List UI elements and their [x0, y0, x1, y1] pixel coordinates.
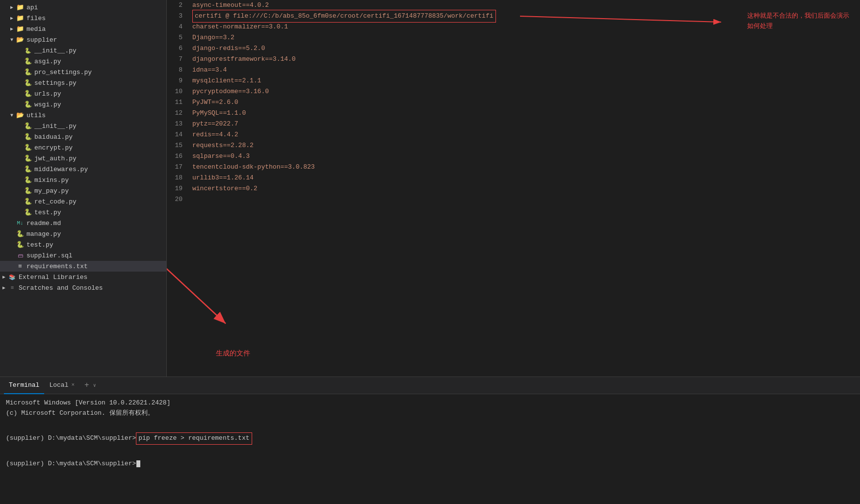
sql-icon-supplier: 🗃: [16, 252, 25, 259]
sidebar-item-ret-code[interactable]: 🐍 ret_code.py: [0, 196, 166, 207]
sidebar-item-settings-py[interactable]: 🐍 settings.py: [0, 77, 166, 88]
code-text-9: mysqlclient==2.1.1: [192, 76, 261, 86]
sidebar-label-jwt-auth: jwt_auth.py: [34, 155, 77, 162]
sidebar-item-supplier[interactable]: ▼ 📂 supplier: [0, 34, 166, 45]
code-text-14: redis==4.4.2: [192, 129, 238, 140]
terminal-tab-local[interactable]: Local ×: [44, 377, 79, 394]
sidebar-label-supplier: supplier: [26, 36, 57, 44]
terminal-cursor: [136, 460, 140, 467]
py-icon-settings: 🐍: [24, 79, 32, 87]
sidebar-item-files[interactable]: ▶ 📁 files: [0, 13, 166, 24]
terminal-chevron-icon[interactable]: ∨: [93, 382, 96, 388]
code-line-14: redis==4.4.2: [192, 129, 860, 140]
sidebar-label-settings-py: settings.py: [34, 79, 77, 87]
code-line-4: charset-normalizer==3.0.1: [192, 22, 860, 32]
arrow-icon-media: ▶: [8, 26, 16, 32]
code-line-19: wincertstore==0.2: [192, 183, 860, 194]
py-icon-urls: 🐍: [24, 90, 32, 98]
terminal-command-box: pip freeze > requirements.txt: [136, 432, 252, 445]
py-icon-encrypt: 🐍: [24, 144, 32, 151]
code-line-6: django-redis==5.2.0: [192, 43, 860, 54]
code-line-9: mysqlclient==2.1.1: [192, 76, 860, 86]
py-icon-utils-init: 🐍: [24, 122, 32, 130]
py-icon-manage: 🐍: [16, 230, 25, 238]
code-text-13: pytz==2022.7: [192, 119, 238, 129]
terminal-tab-close-local[interactable]: ×: [71, 382, 75, 388]
terminal-prompt-text-2: (supplier) D:\mydata\SCM\supplier>: [6, 459, 136, 469]
code-line-10: pycryptodome==3.16.0: [192, 86, 860, 97]
py-icon-my-pay: 🐍: [24, 187, 32, 195]
arrow-icon-supplier: ▼: [8, 37, 16, 43]
code-text-4: charset-normalizer==3.0.1: [192, 22, 288, 32]
sidebar-item-utils[interactable]: ▼ 📂 utils: [0, 110, 166, 121]
sidebar-item-test-py[interactable]: 🐍 test.py: [0, 239, 166, 250]
arrow-icon-utils: ▼: [8, 113, 16, 118]
sidebar-item-pro-settings[interactable]: 🐍 pro_settings.py: [0, 67, 166, 77]
terminal-tab-label-local: Local: [49, 381, 68, 389]
code-text-17: tencentcloud-sdk-python==3.0.823: [192, 162, 315, 173]
py-icon-test-utils: 🐍: [24, 208, 32, 216]
code-text-15: requests==2.28.2: [192, 140, 254, 151]
terminal-line-1: Microsoft Windows [Version 10.0.22621.24…: [6, 398, 854, 408]
folder-icon-supplier: 📂: [16, 36, 25, 44]
terminal-line-empty: [6, 419, 854, 429]
py-icon-init: 🐍: [24, 48, 32, 54]
terminal-add-button[interactable]: +: [82, 381, 91, 390]
code-line-12: PyMySQL==1.1.0: [192, 108, 860, 119]
code-text-3-boxed: certifi @ file:///C:/b/abs_85o_6fm0se/cr…: [192, 10, 496, 23]
code-line-7: djangorestframework==3.14.0: [192, 54, 860, 65]
sidebar-label-readme: readme.md: [26, 220, 61, 227]
sidebar-item-utils-init[interactable]: 🐍 __init__.py: [0, 121, 166, 131]
sidebar-item-baiduai[interactable]: 🐍 baiduai.py: [0, 131, 166, 142]
sidebar-item-test-py-utils[interactable]: 🐍 test.py: [0, 207, 166, 218]
sidebar-item-supplier-sql[interactable]: 🗃 supplier.sql: [0, 250, 166, 261]
sidebar: ▶ 📁 api ▶ 📁 files ▶ 📁 media ▼ 📂 supplier: [0, 0, 167, 377]
scratch-icon-consoles: ≡: [8, 285, 17, 291]
sidebar-item-urls-py[interactable]: 🐍 urls.py: [0, 88, 166, 99]
sidebar-label-utils-init: __init__.py: [34, 123, 77, 130]
sidebar-item-encrypt[interactable]: 🐍 encrypt.py: [0, 142, 166, 153]
arrow-icon-scratches: ▶: [0, 285, 8, 291]
sidebar-item-manage-py[interactable]: 🐍 manage.py: [0, 228, 166, 239]
terminal-tab-terminal[interactable]: Terminal: [4, 377, 44, 394]
sidebar-item-asgi-py[interactable]: 🐍 asgi.py: [0, 56, 166, 67]
sidebar-item-external-libraries[interactable]: ▶ 📚 External Libraries: [0, 272, 166, 282]
sidebar-item-media[interactable]: ▶ 📁 media: [0, 24, 166, 34]
code-text-6: django-redis==5.2.0: [192, 43, 265, 54]
sidebar-item-api[interactable]: ▶ 📁 api: [0, 2, 166, 13]
code-text-19: wincertstore==0.2: [192, 183, 258, 194]
arrow-icon-api: ▶: [8, 4, 16, 10]
ext-icon-libraries: 📚: [8, 274, 17, 280]
sidebar-item-middlewares[interactable]: 🐍 middlewares.py: [0, 164, 166, 175]
code-text-11: PyJWT==2.6.0: [192, 97, 238, 108]
code-lines: async-timeout==4.0.2 certifi @ file:///C…: [187, 0, 860, 377]
py-icon-test: 🐍: [16, 241, 25, 249]
py-icon-jwt-auth: 🐍: [24, 154, 32, 162]
sidebar-item-scratches-consoles[interactable]: ▶ ≡ Scratches and Consoles: [0, 282, 166, 293]
py-icon-wsgi: 🐍: [24, 101, 32, 108]
code-text-2: async-timeout==4.0.2: [192, 0, 269, 11]
sidebar-label-ret-code: ret_code.py: [34, 198, 77, 205]
sidebar-item-readme-md[interactable]: M↓ readme.md: [0, 218, 166, 228]
folder-icon-utils: 📂: [16, 111, 25, 119]
sidebar-item-my-pay[interactable]: 🐍 my_pay.py: [0, 185, 166, 196]
sidebar-label-test-py-utils: test.py: [34, 209, 61, 216]
code-line-17: tencentcloud-sdk-python==3.0.823: [192, 162, 860, 173]
terminal-tabs: Terminal Local × + ∨: [0, 377, 860, 394]
folder-icon-media: 📁: [16, 25, 25, 33]
sidebar-item-jwt-auth[interactable]: 🐍 jwt_auth.py: [0, 153, 166, 164]
sidebar-label-init-py: __init__.py: [34, 47, 77, 54]
code-text-16: sqlparse==0.4.3: [192, 151, 250, 162]
sidebar-item-requirements-txt[interactable]: ≡ requirements.txt: [0, 261, 166, 272]
sidebar-label-pro-settings: pro_settings.py: [34, 69, 92, 76]
code-line-2: async-timeout==4.0.2: [192, 0, 860, 11]
sidebar-item-mixins[interactable]: 🐍 mixins.py: [0, 175, 166, 185]
code-line-16: sqlparse==0.4.3: [192, 151, 860, 162]
folder-icon-api: 📁: [16, 3, 25, 11]
sidebar-label-urls-py: urls.py: [34, 90, 61, 98]
sidebar-label-manage-py: manage.py: [26, 230, 61, 238]
sidebar-item-init-py[interactable]: 🐍 __init__.py: [0, 45, 166, 56]
sidebar-label-my-pay: my_pay.py: [34, 187, 69, 195]
sidebar-item-wsgi-py[interactable]: 🐍 wsgi.py: [0, 99, 166, 110]
py-icon-baiduai: 🐍: [24, 133, 32, 141]
